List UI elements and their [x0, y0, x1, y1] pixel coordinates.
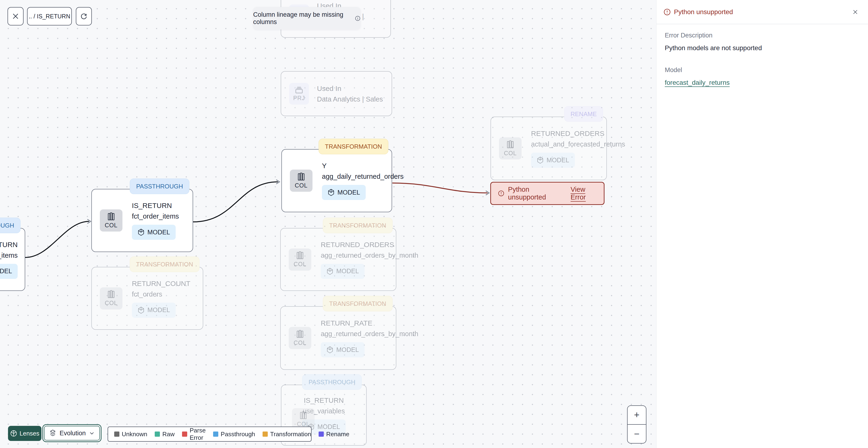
edge-arrowhead: [486, 191, 489, 195]
legend-item-passthrough: Passthrough: [213, 430, 255, 438]
view-error-link[interactable]: View Error: [570, 186, 597, 201]
info-icon[interactable]: [355, 15, 361, 22]
legend-label: Unknown: [122, 430, 147, 438]
passthrough-tag: PASSTHROUGH: [130, 179, 189, 194]
model-badge-label: MODEL: [547, 157, 569, 164]
badge-label: COL: [293, 339, 306, 346]
node-fct-order-items[interactable]: PASSTHROUGH COL IS_RETURN fct_order_item…: [91, 189, 193, 252]
legend-swatch: [155, 431, 160, 437]
cube-icon: [137, 306, 145, 314]
node-fct-orders[interactable]: TRANSFORMATION COL RETURN_COUNT fct_orde…: [91, 267, 203, 330]
legend-swatch: [262, 431, 268, 437]
edge-arrowhead: [87, 219, 91, 223]
node-title: RETURN_RATE: [321, 319, 372, 328]
node-agg-returned-orders-by-month[interactable]: TRANSFORMATION COL RETURNED_ORDERS agg_r…: [280, 228, 396, 291]
badge-label: COL: [293, 261, 306, 268]
node-subtitle: fct_order_items: [132, 212, 179, 220]
zoom-in-button[interactable]: +: [627, 406, 646, 424]
model-badge-label: MODEL: [336, 346, 359, 354]
node-fct-order-items-offscreen[interactable]: PASSTHROUGH IS_RETURN fct_order_items MO…: [0, 228, 25, 291]
column-badge: COL: [290, 170, 312, 192]
model-badge-label: MODEL: [337, 189, 360, 196]
lenses-label: Lenses: [20, 430, 39, 437]
lens-aperture-icon: [10, 430, 17, 437]
model-badge: MODEL: [321, 342, 365, 357]
zoom-out-button[interactable]: −: [627, 425, 646, 443]
node-used-in-sales[interactable]: PRJ Used In Data Analytics | Sales: [281, 71, 392, 116]
badge-label: COL: [295, 182, 308, 189]
lenses-button[interactable]: Lenses: [8, 426, 41, 441]
error-panel-header: Python unsupported: [656, 0, 868, 24]
legend-swatch: [182, 431, 187, 437]
node-subtitle: fct_orders: [132, 290, 162, 298]
model-badge-label: MODEL: [147, 306, 170, 314]
lineage-warning-banner: Column lineage may be missing columns: [253, 7, 361, 29]
column-badge: COL: [289, 327, 311, 349]
alert-circle-icon: [663, 8, 671, 16]
node-actual-and-forecasted-returns[interactable]: RENAME COL RETURNED_ORDERS actual_and_fo…: [491, 117, 607, 180]
columns-icon: [300, 411, 307, 420]
model-badge: MODEL: [322, 185, 366, 200]
model-badge: MODEL: [531, 153, 575, 168]
close-lineage-button[interactable]: [7, 7, 24, 25]
model-badge: MODEL: [132, 225, 176, 240]
error-panel-title-text: Python unsupported: [674, 8, 733, 16]
model-badge: MODEL: [132, 303, 176, 318]
legend-label: Transformation: [270, 430, 311, 438]
model-link[interactable]: forecast_daily_returns: [665, 79, 730, 86]
model-badge-label: MODEL: [0, 268, 12, 275]
refresh-button[interactable]: [76, 7, 92, 25]
columns-icon: [298, 173, 305, 181]
error-panel-body: Error Description Python models are not …: [665, 32, 860, 86]
legend-item-transformation: Transformation: [262, 430, 311, 438]
legend-item-raw: Raw: [155, 430, 175, 438]
lens-selector-dropdown[interactable]: Evolution: [44, 426, 100, 441]
node-return-rate[interactable]: TRANSFORMATION COL RETURN_RATE agg_retur…: [280, 306, 396, 370]
column-badge: COL: [100, 209, 122, 232]
lens-selector-value: Evolution: [60, 429, 86, 437]
column-badge: COL: [499, 137, 522, 159]
node-subtitle: fct_order_items: [0, 251, 18, 260]
node-agg-daily-returned-orders[interactable]: TRANSFORMATION COL Y agg_daily_returned_…: [281, 149, 392, 212]
layers-icon: [49, 429, 56, 437]
passthrough-tag: PASSTHROUGH: [302, 374, 362, 390]
legend-swatch: [213, 431, 218, 437]
legend-swatch: [319, 431, 324, 437]
passthrough-tag: PASSTHROUGH: [0, 218, 21, 233]
close-icon: [852, 9, 858, 15]
column-badge: COL: [289, 248, 311, 271]
project-badge: PRJ: [289, 83, 309, 104]
rename-tag: RENAME: [564, 106, 603, 122]
node-title: RETURN_COUNT: [132, 279, 190, 288]
column-badge: COL: [100, 287, 122, 309]
model-badge-label: MODEL: [147, 229, 170, 236]
legend-item-parse-error: Parse Error: [182, 427, 206, 441]
columns-icon: [107, 290, 115, 299]
transformation-tag: TRANSFORMATION: [130, 257, 199, 272]
node-title: Y: [322, 161, 327, 170]
close-icon: [12, 13, 19, 20]
columns-icon: [107, 212, 115, 221]
legend-label: Parse Error: [190, 427, 206, 441]
project-stack-icon: [294, 86, 304, 94]
cube-icon: [327, 346, 334, 354]
banner-text: Column lineage may be missing columns: [253, 11, 352, 26]
cube-icon: [537, 156, 544, 164]
transformation-tag: TRANSFORMATION: [323, 218, 393, 233]
columns-icon: [296, 330, 304, 338]
model-badge-label: MODEL: [317, 423, 340, 430]
edge-fct-order-items-to-agg-daily: [193, 182, 278, 222]
lineage-legend: Unknown Raw Parse Error Passthrough Tran…: [107, 426, 312, 442]
cube-icon: [327, 268, 334, 275]
cube-icon: [328, 189, 335, 196]
node-subtitle: agg_daily_returned_orders: [322, 172, 404, 181]
panel-close-button[interactable]: [849, 6, 861, 18]
columns-icon: [296, 251, 304, 260]
node-title: IS_RETURN: [304, 396, 344, 405]
node-subtitle: agg_returned_orders_by_month: [321, 251, 418, 260]
transformation-tag: TRANSFORMATION: [323, 296, 393, 311]
breadcrumb[interactable]: .. / IS_RETURN: [27, 7, 72, 25]
error-node-python-unsupported[interactable]: Python unsupported View Error: [490, 182, 604, 205]
edge-agg-daily-to-error: [392, 183, 488, 193]
error-panel-title: Python unsupported: [663, 8, 733, 16]
